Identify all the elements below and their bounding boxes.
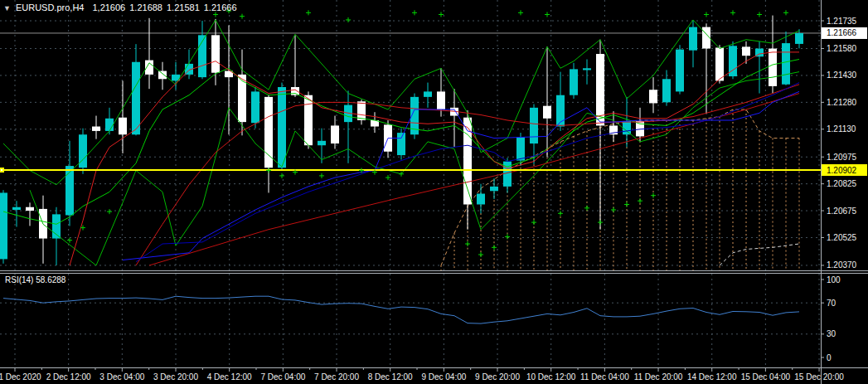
price-axis-label: 1.20675 — [827, 207, 857, 216]
time-axis-label: 14 Dec 12:00 — [687, 372, 737, 382]
candles — [0, 16, 803, 265]
time-axis-label: 15 Dec 04:00 — [741, 372, 791, 382]
chart-header: ▼EURUSD.pro,H41,216061.216881.215811.216… — [3, 2, 241, 12]
price-axis-label: 1.21280 — [827, 98, 857, 107]
price-badge-label: 1.21666 — [827, 28, 857, 37]
overlay-kijun-blue — [123, 91, 799, 260]
rsi-axis-label: 0 — [827, 353, 832, 362]
time-axis-label: 15 Dec 20:00 — [794, 372, 844, 382]
time-axis-label: 7 Dec 04:00 — [260, 372, 305, 382]
rsi-axis-label: 70 — [827, 299, 836, 308]
price-axis-label: 1.21580 — [827, 44, 857, 53]
price-axis-label: 1.21430 — [827, 70, 857, 80]
overlay-chikou-gray-dashed — [720, 244, 799, 265]
price-axis-label: 1.21130 — [827, 124, 856, 134]
rsi-indicator-label: RSI(14) 58.6288 — [5, 275, 65, 284]
time-axis-label: 3 Dec 20:00 — [153, 372, 198, 382]
symbol-dropdown-icon[interactable]: ▼ — [3, 4, 11, 12]
time-axis-label: 8 Dec 12:00 — [368, 372, 413, 382]
price-axis-label: 1.20370 — [827, 260, 857, 270]
time-axis-label: 3 Dec 04:00 — [99, 372, 144, 382]
price-axis-label: 1.20525 — [827, 233, 857, 242]
chart-symbol-timeframe: EURUSD.pro,H4 — [16, 2, 85, 12]
ohlc-high: 1.21688 — [129, 2, 162, 12]
time-axis-label: 1 Dec 2020 — [0, 372, 41, 382]
main-pane[interactable] — [0, 0, 821, 270]
time-axis-label: 11 Dec 04:00 — [580, 372, 629, 382]
ohlc-close: 1.21666 — [204, 2, 237, 12]
ohlc-low: 1.21581 — [167, 2, 200, 12]
mt4-chart-window: 1.217351.215801.214301.212801.211301.209… — [0, 0, 868, 384]
overlay-ma-red-long — [149, 94, 799, 265]
overlay-ma-red-fast — [70, 52, 799, 265]
time-axis-label: 9 Dec 04:00 — [421, 372, 466, 382]
ohlc-open: 1,21606 — [92, 2, 125, 12]
price-axis-label: 1.20975 — [827, 153, 857, 162]
time-axis-label: 9 Dec 20:00 — [475, 372, 520, 382]
time-axis-label: 7 Dec 20:00 — [314, 372, 359, 382]
price-axis-label: 1.20825 — [827, 179, 857, 188]
time-axis-label: 10 Dec 12:00 — [526, 372, 576, 382]
price-axis-label: 1.21735 — [827, 17, 857, 26]
chart-canvas[interactable]: 1.217351.215801.214301.212801.211301.209… — [0, 0, 868, 384]
time-axis-label: 2 Dec 12:00 — [46, 372, 91, 382]
price-badge-label: 1.20902 — [827, 166, 857, 175]
rsi-axis-label: 100 — [827, 275, 841, 284]
rsi-line — [3, 296, 799, 323]
rsi-axis-label: 30 — [827, 329, 836, 338]
time-axis-label: 11 Dec 20:00 — [634, 372, 683, 382]
time-axis-label: 4 Dec 12:00 — [207, 372, 252, 382]
rsi-pane[interactable] — [0, 274, 821, 367]
